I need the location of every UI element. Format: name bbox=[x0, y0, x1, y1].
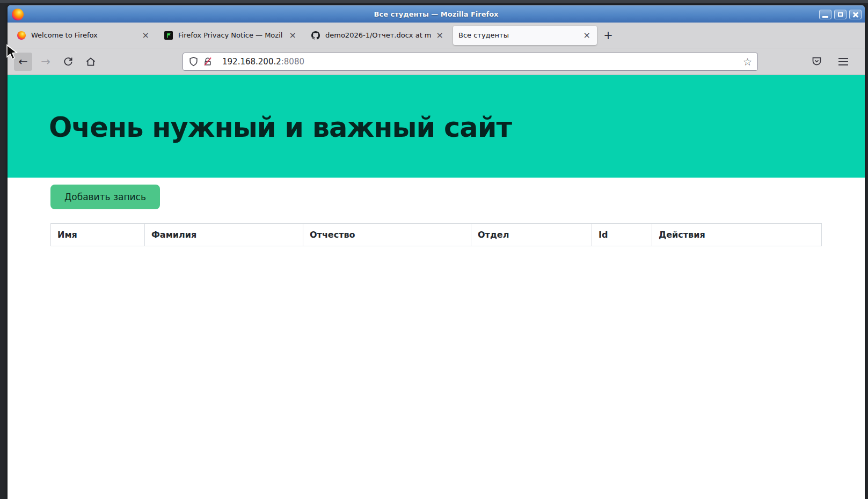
close-button[interactable] bbox=[849, 10, 862, 19]
column-header-department: Отдел bbox=[471, 224, 592, 246]
tab-close-icon[interactable]: × bbox=[582, 31, 592, 40]
column-header-patronymic: Отчество bbox=[303, 224, 471, 246]
column-header-actions: Действия bbox=[652, 224, 822, 246]
firefox-window: Все студенты — Mozilla Firefox Welcome t… bbox=[8, 5, 865, 499]
close-icon bbox=[852, 11, 859, 18]
tab-close-icon[interactable]: × bbox=[141, 31, 150, 40]
new-tab-button[interactable]: + bbox=[600, 27, 616, 43]
insecure-lock-icon[interactable] bbox=[203, 57, 213, 67]
forward-button[interactable]: → bbox=[37, 53, 55, 71]
tab-label: Firefox Privacy Notice — Mozil bbox=[178, 31, 288, 39]
tab-label: Welcome to Firefox bbox=[31, 31, 141, 39]
url-port: :8080 bbox=[281, 57, 304, 67]
url-text: 192.168.200.2:8080 bbox=[222, 57, 304, 67]
page-content: Добавить запись Имя Фамилия Отчество Отд… bbox=[8, 178, 865, 246]
back-button[interactable]: ← bbox=[14, 53, 32, 71]
minimize-button[interactable] bbox=[819, 10, 831, 19]
tab-welcome-to-firefox[interactable]: Welcome to Firefox × bbox=[12, 26, 156, 45]
bookmark-star-icon[interactable]: ☆ bbox=[743, 56, 752, 68]
firefox-favicon-icon bbox=[17, 31, 26, 40]
desktop-top-panel bbox=[0, 0, 868, 3]
maximize-icon bbox=[838, 12, 843, 17]
shield-icon[interactable] bbox=[188, 56, 199, 67]
hero-banner: Очень нужный и важный сайт bbox=[8, 75, 865, 178]
window-titlebar[interactable]: Все студенты — Mozilla Firefox bbox=[8, 5, 865, 23]
window-title: Все студенты — Mozilla Firefox bbox=[8, 10, 865, 18]
page-viewport: Очень нужный и важный сайт Добавить запи… bbox=[8, 75, 865, 499]
mozilla-flag-favicon-icon bbox=[164, 31, 173, 40]
column-header-id: Id bbox=[592, 224, 652, 246]
home-button[interactable] bbox=[82, 53, 100, 71]
reload-button[interactable] bbox=[59, 53, 77, 71]
add-record-button[interactable]: Добавить запись bbox=[50, 185, 160, 209]
tab-privacy-notice[interactable]: Firefox Privacy Notice — Mozil × bbox=[159, 26, 303, 45]
students-table: Имя Фамилия Отчество Отдел Id Действия bbox=[50, 223, 822, 246]
column-header-surname: Фамилия bbox=[145, 224, 303, 246]
tab-close-icon[interactable]: × bbox=[435, 31, 444, 40]
navigation-toolbar: ← → 192.168 bbox=[8, 48, 865, 75]
firefox-icon bbox=[12, 9, 24, 20]
table-header-row: Имя Фамилия Отчество Отдел Id Действия bbox=[51, 224, 822, 246]
tab-label: Все студенты bbox=[458, 31, 582, 39]
tab-label: demo2026-1/Отчет.docx at m bbox=[325, 31, 435, 39]
tab-close-icon[interactable]: × bbox=[288, 31, 297, 40]
url-bar[interactable]: 192.168.200.2:8080 ☆ bbox=[183, 53, 758, 71]
column-header-name: Имя bbox=[51, 224, 145, 246]
pocket-icon[interactable] bbox=[807, 53, 826, 71]
page-title: Очень нужный и важный сайт bbox=[49, 112, 512, 143]
maximize-button[interactable] bbox=[834, 10, 847, 19]
github-favicon-icon bbox=[311, 31, 320, 40]
tab-bar: Welcome to Firefox × Firefox Privacy Not… bbox=[8, 23, 865, 48]
menu-icon[interactable] bbox=[838, 58, 848, 65]
minimize-icon bbox=[822, 16, 828, 18]
tab-github-report[interactable]: demo2026-1/Отчет.docx at m × bbox=[306, 26, 450, 45]
window-controls bbox=[819, 10, 862, 19]
tab-all-students-active[interactable]: Все студенты × bbox=[453, 26, 597, 45]
url-host: 192.168.200.2 bbox=[222, 57, 281, 67]
